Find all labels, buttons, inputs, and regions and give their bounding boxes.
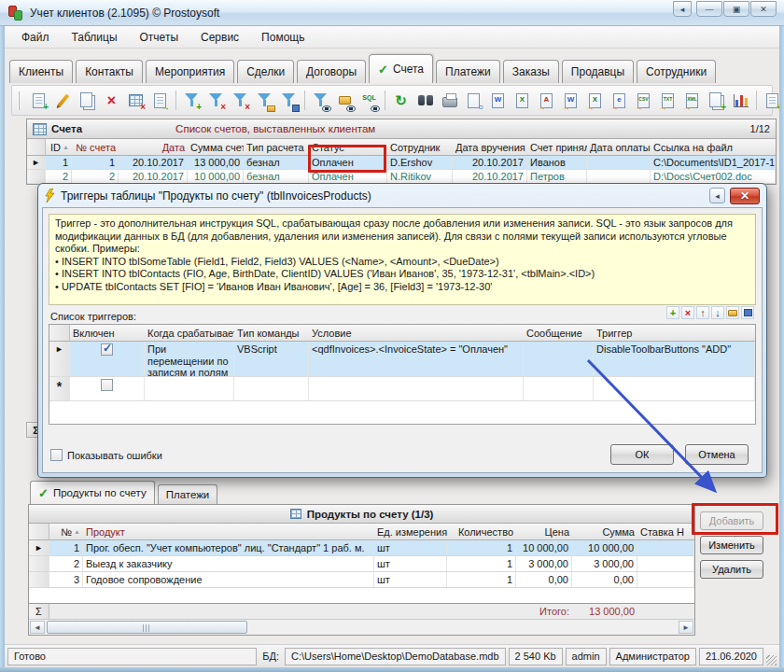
- move-up-icon[interactable]: ↑: [696, 306, 709, 319]
- grouping-view-icon[interactable]: [333, 89, 357, 113]
- col-unit[interactable]: Ед. измерения: [374, 524, 447, 539]
- preview-icon[interactable]: ○: [462, 89, 485, 113]
- tab-payments[interactable]: Платежи: [436, 60, 500, 83]
- search-icon[interactable]: [413, 89, 437, 113]
- col-date[interactable]: Дата: [119, 139, 188, 155]
- export-txt-icon[interactable]: TXT→: [656, 89, 679, 113]
- filter-delete-all-icon[interactable]: ×: [229, 89, 252, 113]
- dialog-close-button[interactable]: ✕: [730, 188, 760, 204]
- close-button[interactable]: ✕: [750, 1, 777, 17]
- edit-button[interactable]: Изменить: [700, 536, 763, 554]
- copy-record-icon[interactable]: [76, 89, 99, 113]
- horizontal-scrollbar[interactable]: ◄ ►: [29, 619, 694, 635]
- resize-grip[interactable]: [766, 655, 777, 665]
- table-row[interactable]: 3 Годовое сопровождение шт 1 0,00 0,00: [29, 572, 694, 588]
- col-paid-date[interactable]: Дата оплаты: [587, 139, 651, 155]
- tab-orders[interactable]: Заказы: [503, 60, 559, 83]
- save-triggers-icon[interactable]: [741, 306, 754, 319]
- menu-help[interactable]: Помощь: [252, 28, 314, 47]
- col-vat[interactable]: Ставка Н: [637, 524, 694, 539]
- copy-table-icon[interactable]: +: [705, 89, 728, 113]
- enabled-checkbox[interactable]: [101, 343, 113, 356]
- excel-icon[interactable]: X: [511, 89, 534, 113]
- table-row[interactable]: 2 Выезд к заказчику шт 1 3 000,00 3 000,…: [29, 556, 694, 572]
- col-id[interactable]: ID▲: [46, 139, 72, 155]
- table-row[interactable]: ► 1 Прог. обесп. "Учет компьютеров" лиц.…: [29, 540, 694, 556]
- new-trigger-row[interactable]: *: [49, 377, 755, 401]
- tab-invoices[interactable]: ✓Счета: [369, 54, 433, 83]
- table-row[interactable]: 2 2 20.10.2017 10 000,00 безнал Оплачен …: [27, 170, 776, 184]
- cancel-button[interactable]: Отмена: [685, 444, 749, 465]
- menu-file[interactable]: Файл: [12, 28, 59, 47]
- delete-trigger-icon[interactable]: ×: [681, 306, 694, 319]
- export-pdf-icon[interactable]: A→: [535, 89, 558, 113]
- col-num[interactable]: №▲: [49, 524, 83, 539]
- refresh-icon[interactable]: ↻: [389, 89, 413, 113]
- print-icon[interactable]: [438, 89, 461, 113]
- clear-table-icon[interactable]: ×: [124, 89, 147, 113]
- scroll-left-icon[interactable]: ◄: [30, 621, 45, 634]
- scrollbar-thumb[interactable]: [47, 621, 247, 634]
- add-trigger-icon[interactable]: +: [666, 306, 679, 319]
- export-record-icon[interactable]: →: [148, 89, 172, 113]
- col-when[interactable]: Когда срабатывает: [145, 325, 234, 341]
- export-csv-icon[interactable]: CSV→: [632, 89, 655, 113]
- tab-contacts[interactable]: Контакты: [76, 60, 143, 83]
- delete-record-icon[interactable]: ×: [100, 89, 123, 113]
- export-excel-icon[interactable]: X→: [583, 89, 607, 113]
- col-enabled[interactable]: Включен: [70, 325, 145, 341]
- tab-deals[interactable]: Сделки: [237, 60, 294, 83]
- edit-record-icon[interactable]: [51, 89, 75, 113]
- tab-contracts[interactable]: Договоры: [297, 60, 366, 83]
- col-product[interactable]: Продукт: [83, 524, 374, 539]
- show-errors-checkbox[interactable]: [50, 449, 63, 461]
- scroll-right-icon[interactable]: ►: [679, 621, 693, 634]
- menu-service[interactable]: Сервис: [191, 28, 248, 47]
- col-sum[interactable]: Сумма: [572, 524, 637, 539]
- export-word-icon[interactable]: W→: [559, 89, 582, 113]
- col-condition[interactable]: Условие: [309, 325, 524, 341]
- col-trigger[interactable]: Триггер: [594, 325, 755, 341]
- filter-delete-icon[interactable]: ×: [204, 89, 228, 113]
- export-html-icon[interactable]: e→: [608, 89, 631, 113]
- enabled-checkbox[interactable]: [101, 379, 113, 391]
- filter-add-icon[interactable]: +: [180, 89, 203, 113]
- col-qty[interactable]: Количество: [447, 524, 516, 539]
- col-delivery-date[interactable]: Дата вручения: [453, 139, 527, 155]
- export-xml-icon[interactable]: XML→: [680, 89, 704, 113]
- table-row[interactable]: ► 1 1 20.10.2017 13 000,00 безнал Оплаче…: [27, 156, 776, 170]
- tab-clients[interactable]: Клиенты: [9, 60, 73, 83]
- col-pay-type[interactable]: Тип расчета: [244, 139, 309, 155]
- col-message[interactable]: Сообщение: [524, 325, 594, 341]
- minimize-button[interactable]: —: [696, 1, 722, 17]
- col-number[interactable]: № счета: [72, 139, 119, 155]
- trigger-row[interactable]: ► При перемещении по записям и полям VBS…: [49, 342, 755, 377]
- filter-open-icon[interactable]: [253, 89, 276, 113]
- menu-reports[interactable]: Отчеты: [131, 28, 188, 47]
- col-price[interactable]: Цена: [516, 524, 572, 539]
- add-record-icon[interactable]: +: [27, 89, 50, 113]
- subtab-payments[interactable]: Платежи: [158, 484, 218, 504]
- tab-sellers[interactable]: Продавцы: [562, 60, 634, 83]
- collapse-window-button[interactable]: ◂: [673, 1, 692, 17]
- open-triggers-icon[interactable]: [726, 306, 739, 319]
- col-accepted-by[interactable]: Счет принял: [527, 139, 587, 155]
- menu-tables[interactable]: Таблицы: [63, 28, 127, 47]
- col-file-link[interactable]: Ссылка на файл: [651, 139, 776, 155]
- chart-icon[interactable]: [729, 89, 752, 113]
- sql-view-icon[interactable]: SQL: [357, 89, 381, 113]
- word-icon[interactable]: W: [486, 89, 510, 113]
- col-amount[interactable]: Сумма счета: [188, 139, 244, 155]
- ok-button[interactable]: ОК: [610, 444, 674, 465]
- dialog-collapse-button[interactable]: ◂: [709, 188, 725, 203]
- filter-save-icon[interactable]: [277, 89, 301, 113]
- col-employee[interactable]: Сотрудник: [387, 139, 453, 155]
- maximize-button[interactable]: ▣: [723, 1, 749, 17]
- col-command-type[interactable]: Тип команды: [234, 325, 309, 341]
- subtab-products[interactable]: ✓Продукты по счету: [30, 481, 155, 504]
- tab-employees[interactable]: Сотрудники: [637, 60, 716, 83]
- filter-view-icon[interactable]: [309, 89, 332, 113]
- delete-button[interactable]: Удалить: [700, 560, 763, 579]
- move-down-icon[interactable]: ↓: [711, 306, 724, 319]
- tab-events[interactable]: Мероприятия: [146, 60, 234, 83]
